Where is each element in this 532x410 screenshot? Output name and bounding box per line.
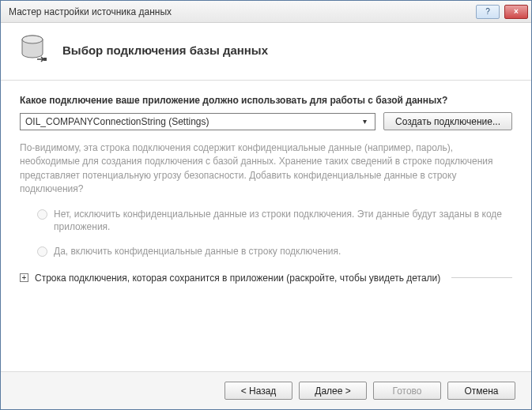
radio-exclude-sensitive: Нет, исключить конфиденциальные данные и… (37, 208, 512, 235)
connection-combobox[interactable]: OIL_COMPANYConnectionString (Settings) ▾ (20, 113, 375, 130)
svg-rect-2 (43, 58, 47, 61)
divider (451, 277, 512, 278)
back-button[interactable]: < Назад (224, 382, 292, 400)
next-button[interactable]: Далее > (299, 382, 367, 400)
wizard-footer: < Назад Далее > Готово Отмена (1, 371, 531, 409)
svg-point-1 (22, 36, 43, 43)
question-label: Какое подключение ваше приложение должно… (20, 95, 512, 106)
finish-button: Готово (373, 382, 441, 400)
radio-exclude-input (37, 209, 47, 220)
wizard-window: Мастер настройки источника данных ? × Вы… (0, 0, 532, 410)
titlebar: Мастер настройки источника данных ? × (1, 1, 531, 23)
radio-group: Нет, исключить конфиденциальные данные и… (37, 208, 512, 258)
page-title: Выбор подключения базы данных (62, 43, 268, 57)
security-info-text: По-видимому, эта строка подключения соде… (20, 141, 512, 197)
new-connection-button[interactable]: Создать подключение... (383, 112, 512, 130)
wizard-content: Какое подключение ваше приложение должно… (1, 81, 531, 371)
radio-include-input (37, 246, 47, 257)
close-button[interactable]: × (504, 5, 528, 19)
cancel-button[interactable]: Отмена (447, 382, 515, 400)
radio-include-sensitive: Да, включить конфиденциальные данные в с… (37, 245, 512, 258)
connection-selected-value: OIL_COMPANYConnectionString (Settings) (25, 116, 209, 127)
database-icon (20, 34, 48, 66)
wizard-header: Выбор подключения базы данных (1, 23, 531, 81)
radio-exclude-label: Нет, исключить конфиденциальные данные и… (54, 208, 512, 235)
window-title: Мастер настройки источника данных (9, 6, 471, 17)
connection-string-expander[interactable]: + Строка подключения, которая сохранится… (20, 273, 512, 284)
radio-include-label: Да, включить конфиденциальные данные в с… (54, 245, 341, 258)
connection-row: OIL_COMPANYConnectionString (Settings) ▾… (20, 112, 512, 130)
plus-icon: + (20, 273, 28, 282)
expander-label: Строка подключения, которая сохранится в… (35, 273, 440, 284)
chevron-down-icon: ▾ (358, 117, 372, 126)
help-button[interactable]: ? (476, 5, 500, 19)
